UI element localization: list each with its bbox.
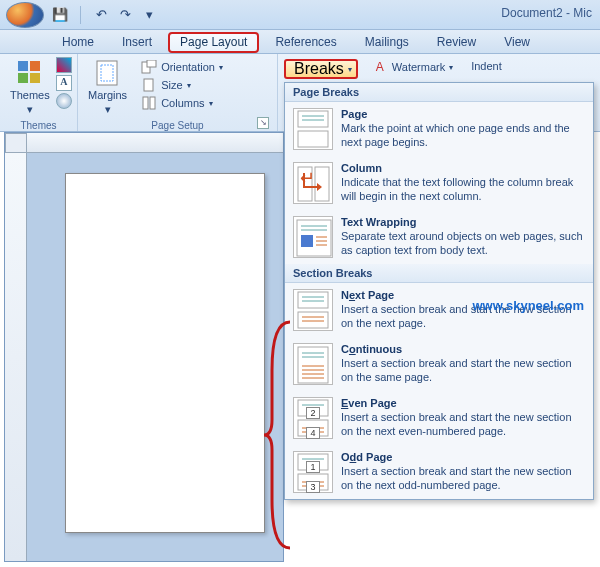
page-breaks-header: Page Breaks (285, 83, 593, 102)
columns-button[interactable]: Columns▾ (137, 95, 227, 111)
attribution-link[interactable]: www.skyneel.com (472, 298, 584, 313)
indent-label: Indent (471, 60, 502, 72)
option-title: Odd Page (341, 451, 585, 463)
option-title: Even Page (341, 397, 585, 409)
tab-review[interactable]: Review (425, 32, 488, 53)
page-break-icon (293, 108, 333, 150)
chevron-down-icon: ▾ (105, 103, 111, 116)
orientation-button[interactable]: Orientation▾ (137, 59, 227, 75)
quick-access-toolbar: 💾 ↶ ↷ ▾ (52, 6, 157, 24)
chevron-down-icon: ▾ (219, 63, 223, 72)
option-desc: Insert a section break and start the new… (341, 465, 585, 493)
svg-rect-0 (18, 61, 28, 71)
group-page-setup: Margins ▾ Orientation▾ Size▾ Columns▾ Pa… (78, 54, 278, 131)
size-label: Size (161, 79, 182, 91)
even-page-icon: 24 (293, 397, 333, 439)
chevron-down-icon: ▾ (449, 63, 453, 72)
next-page-icon (293, 289, 333, 331)
break-option-text-wrapping[interactable]: Text Wrapping Separate text around objec… (285, 210, 593, 264)
section-breaks-header: Section Breaks (285, 264, 593, 283)
option-title: Column (341, 162, 585, 174)
watermark-icon: A (372, 60, 388, 74)
section-breaks-brace-annotation (262, 320, 292, 550)
orientation-label: Orientation (161, 61, 215, 73)
svg-rect-26 (298, 292, 328, 308)
column-break-icon (293, 162, 333, 204)
odd-page-icon: 13 (293, 451, 333, 493)
svg-rect-9 (143, 97, 148, 109)
columns-label: Columns (161, 97, 204, 109)
svg-rect-22 (301, 235, 313, 247)
group-themes: Themes ▾ A Themes (0, 54, 78, 131)
break-option-page[interactable]: Page Mark the point at which one page en… (285, 102, 593, 156)
office-button[interactable] (6, 2, 44, 28)
svg-rect-1 (30, 61, 40, 71)
themes-label: Themes (10, 89, 50, 101)
svg-rect-29 (298, 312, 328, 328)
size-button[interactable]: Size▾ (137, 77, 227, 93)
option-desc: Insert a section break and start the new… (341, 357, 585, 385)
option-desc: Indicate that the text following the col… (341, 176, 585, 204)
option-title: Page (341, 108, 585, 120)
theme-fonts-button[interactable]: A (56, 75, 72, 91)
page-num-badge: 4 (306, 427, 320, 439)
svg-rect-2 (18, 73, 28, 83)
window-title: Document2 - Mic (501, 6, 592, 20)
theme-colors-button[interactable] (56, 57, 72, 73)
svg-rect-10 (150, 97, 155, 109)
break-option-continuous[interactable]: Continuous Insert a section break and st… (285, 337, 593, 391)
page-num-badge: 2 (306, 407, 320, 419)
margins-icon (94, 59, 122, 87)
svg-rect-13 (298, 111, 328, 127)
tab-insert[interactable]: Insert (110, 32, 164, 53)
watermark-label: Watermark (392, 61, 445, 73)
tab-references[interactable]: References (263, 32, 348, 53)
title-bar: 💾 ↶ ↷ ▾ Document2 - Mic (0, 0, 600, 30)
columns-icon (141, 96, 157, 110)
continuous-icon (293, 343, 333, 385)
indent-label-group: Indent (467, 59, 506, 73)
chevron-down-icon: ▾ (187, 81, 191, 90)
margins-label: Margins (88, 89, 127, 101)
tab-home[interactable]: Home (50, 32, 106, 53)
group-label-page-setup: Page Setup ↘ (84, 118, 271, 131)
undo-icon[interactable]: ↶ (93, 7, 109, 23)
tab-page-layout[interactable]: Page Layout (168, 32, 259, 53)
break-option-odd-page[interactable]: 13 Odd Page Insert a section break and s… (285, 445, 593, 499)
breaks-label: Breaks (294, 60, 344, 78)
ruler-corner (5, 133, 27, 153)
svg-rect-17 (298, 167, 312, 201)
document-page[interactable] (65, 173, 265, 533)
tab-mailings[interactable]: Mailings (353, 32, 421, 53)
option-title: Text Wrapping (341, 216, 585, 228)
size-icon (141, 78, 157, 92)
watermark-button[interactable]: A Watermark▾ (368, 59, 457, 75)
save-icon[interactable]: 💾 (52, 7, 68, 23)
svg-rect-3 (30, 73, 40, 83)
themes-button[interactable]: Themes ▾ (6, 57, 54, 118)
option-title: Continuous (341, 343, 585, 355)
option-desc: Insert a section break and start the new… (341, 411, 585, 439)
orientation-icon (141, 60, 157, 74)
margins-button[interactable]: Margins ▾ (84, 57, 131, 118)
qat-customize-icon[interactable]: ▾ (141, 7, 157, 23)
break-option-column[interactable]: Column Indicate that the text following … (285, 156, 593, 210)
vertical-ruler[interactable] (5, 153, 27, 561)
redo-icon[interactable]: ↷ (117, 7, 133, 23)
text-wrapping-icon (293, 216, 333, 258)
document-area (4, 132, 284, 562)
svg-rect-8 (144, 79, 153, 91)
page-num-badge: 3 (306, 481, 320, 493)
group-label-themes: Themes (6, 118, 71, 131)
breaks-button[interactable]: Breaks▾ (284, 59, 358, 79)
tab-view[interactable]: View (492, 32, 542, 53)
breaks-dropdown: Page Breaks Page Mark the point at which… (284, 82, 594, 500)
horizontal-ruler[interactable] (27, 133, 283, 153)
theme-effects-button[interactable] (56, 93, 72, 109)
break-option-even-page[interactable]: 24 Even Page Insert a section break and … (285, 391, 593, 445)
separator (80, 6, 81, 24)
chevron-down-icon: ▾ (27, 103, 33, 116)
dialog-launcher-icon[interactable]: ↘ (257, 117, 269, 129)
themes-icon (16, 59, 44, 87)
page-num-badge: 1 (306, 461, 320, 473)
